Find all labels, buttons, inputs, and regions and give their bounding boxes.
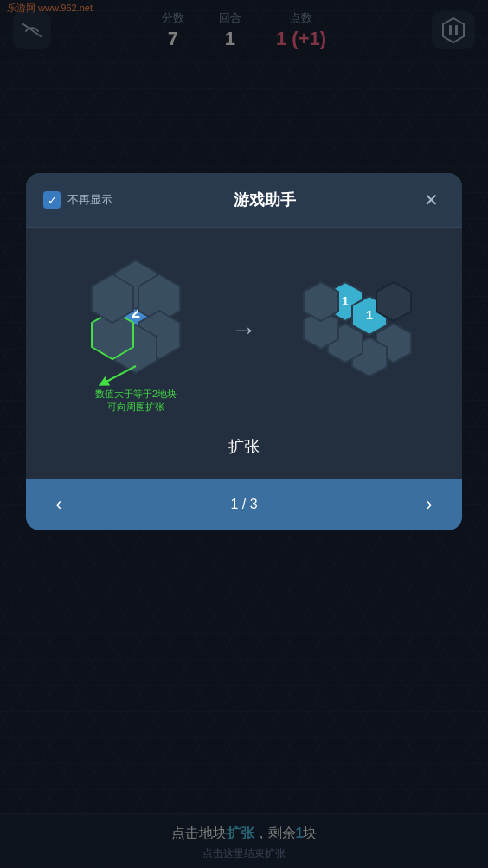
modal-content: 2 (26, 228, 462, 479)
hex-group-after: 1 1 (283, 265, 421, 395)
svg-marker-22 (304, 282, 338, 321)
modal-close-button[interactable]: ✕ (417, 186, 445, 214)
transform-arrow: → (231, 315, 257, 344)
game-helper-modal: ✓ 不再显示 游戏助手 ✕ 2 (26, 173, 462, 530)
no-show-checkbox[interactable]: ✓ (43, 191, 61, 209)
modal-header: ✓ 不再显示 游戏助手 ✕ (26, 173, 462, 228)
logo-watermark: 乐游网 www.962.net (7, 2, 93, 15)
svg-line-12 (103, 366, 136, 383)
expand-arrow (67, 362, 205, 388)
svg-text:1: 1 (366, 307, 373, 322)
hex-group-before: 2 (67, 245, 205, 415)
page-indicator: 1 / 3 (230, 497, 257, 512)
modal-nav: ‹ 1 / 3 › (26, 479, 462, 530)
svg-marker-17 (376, 282, 411, 321)
hex-cluster-after: 1 1 (283, 265, 421, 395)
next-button[interactable]: › (414, 489, 445, 520)
prev-button[interactable]: ‹ (43, 489, 74, 520)
svg-text:1: 1 (342, 293, 349, 308)
annotation-text: 数值大于等于2地块 可向周围扩张 (67, 388, 205, 415)
modal-subtitle: 扩张 (228, 436, 260, 457)
hex-diagram: 2 (43, 245, 445, 415)
modal-title: 游戏助手 (234, 190, 296, 210)
no-show-again-label: ✓ 不再显示 (43, 191, 112, 209)
